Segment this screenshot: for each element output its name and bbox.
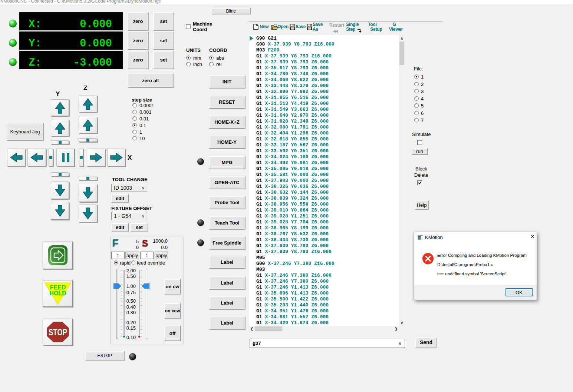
svg-text:HOLD: HOLD: [49, 290, 66, 296]
svg-text:FEED: FEED: [50, 284, 66, 290]
svg-text:STOP: STOP: [49, 328, 67, 337]
